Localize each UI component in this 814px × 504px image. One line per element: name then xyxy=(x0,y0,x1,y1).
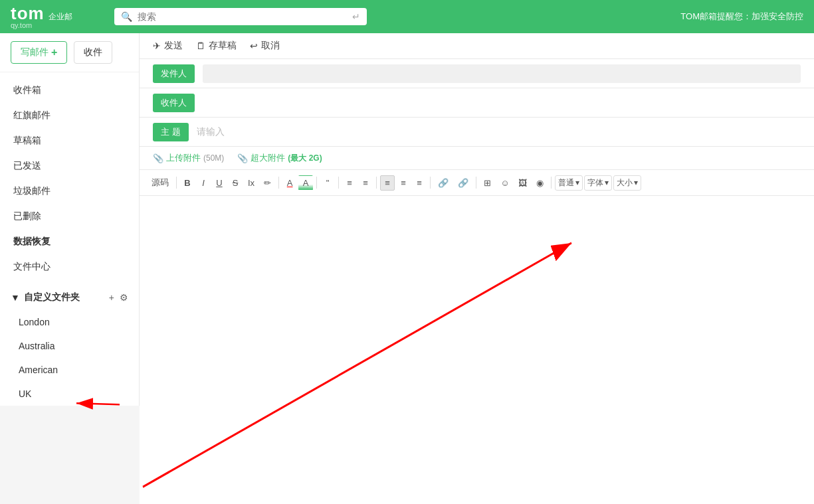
header: tom 企业邮 qy.tom 🔍 ↵ TOM邮箱提醒您：加强安全防控 xyxy=(0,0,814,33)
font-color-btn[interactable]: A xyxy=(282,175,297,191)
divider5 xyxy=(376,177,377,189)
compose-button[interactable]: 写邮件 + xyxy=(11,41,67,64)
size-arrow: ▾ xyxy=(634,178,638,187)
expand-icon: ▼ xyxy=(11,292,20,303)
sidebar-item-deleted[interactable]: 已删除 xyxy=(0,204,139,229)
add-folder-button[interactable]: + xyxy=(109,292,114,303)
manage-folders-button[interactable]: ⚙ xyxy=(120,292,128,303)
paperclip-icon: 📎 xyxy=(153,153,163,163)
bg-color-btn[interactable]: A xyxy=(298,175,313,191)
attach-size: (50M) xyxy=(203,153,224,163)
content-area: ✈ 发送 🗒 存草稿 ↩ 取消 发件人 收件人 xyxy=(140,33,814,504)
divider2 xyxy=(278,177,279,189)
upload-label: 上传附件 xyxy=(166,152,201,164)
plus-icon: + xyxy=(51,46,57,58)
header-notice: TOM邮箱提醒您：加强安全防控 xyxy=(680,11,803,23)
sidebar-nav: 收件箱 红旗邮件 草稿箱 已发送 垃圾邮件 已删除 数据恢复 文件中心 xyxy=(0,72,139,285)
underline-btn[interactable]: U xyxy=(212,175,227,191)
paragraph-select[interactable]: 普通 ▾ xyxy=(555,175,583,191)
emoji-btn[interactable]: ☺ xyxy=(496,175,513,191)
to-input[interactable] xyxy=(203,98,801,108)
send-icon: ✈ xyxy=(153,41,161,51)
folder-actions: + ⚙ xyxy=(109,292,128,303)
logo-domain: qy.tom xyxy=(11,22,32,29)
link-btn[interactable]: 🔗 xyxy=(434,175,453,191)
logo-enterprise: 企业邮 xyxy=(49,13,72,21)
unlink-btn[interactable]: 🔗 xyxy=(454,175,472,191)
sidebar-item-flagged[interactable]: 红旗邮件 xyxy=(0,103,139,128)
editor-body[interactable] xyxy=(140,196,814,504)
size-select[interactable]: 大小 ▾ xyxy=(613,175,641,191)
subject-placeholder: 请输入 xyxy=(197,126,225,138)
italic-btn[interactable]: I xyxy=(196,175,211,191)
sidebar-item-inbox[interactable]: 收件箱 xyxy=(0,78,139,103)
folder-item-uk[interactable]: UK xyxy=(0,382,139,406)
search-box[interactable]: 🔍 ↵ xyxy=(114,8,367,25)
large-attach-button[interactable]: 📎 超大附件 (最大 2G) xyxy=(237,152,322,164)
save-draft-button[interactable]: 🗒 存草稿 xyxy=(196,40,237,52)
font-arrow: ▾ xyxy=(605,178,609,187)
divider4 xyxy=(338,177,339,189)
cancel-label: 取消 xyxy=(261,40,280,52)
clear-format-btn[interactable]: Ix xyxy=(244,175,258,191)
svg-line-3 xyxy=(143,243,571,487)
paragraph-label: 普通 xyxy=(558,177,574,189)
send-label: 发送 xyxy=(164,40,183,52)
align-center-btn[interactable]: ≡ xyxy=(396,175,411,191)
eraser-btn[interactable]: ✏ xyxy=(260,175,275,191)
folder-item-australia[interactable]: Australia xyxy=(0,334,139,358)
inbox-label: 收件 xyxy=(84,46,102,57)
attachment-row: 📎 上传附件 (50M) 📎 超大附件 (最大 2G) xyxy=(140,147,814,170)
quote-btn[interactable]: " xyxy=(320,175,335,191)
search-input[interactable] xyxy=(138,11,347,22)
sidebar-item-files[interactable]: 文件中心 xyxy=(0,254,139,280)
custom-folders-section: ▼ 自定义文件夹 + ⚙ xyxy=(0,285,139,310)
subject-row: 主 题 请输入 xyxy=(140,118,814,147)
sidebar-item-junk[interactable]: 垃圾邮件 xyxy=(0,179,139,204)
font-label: 字体 xyxy=(587,177,603,189)
sidebar-item-recovery[interactable]: 数据恢复 xyxy=(0,229,139,254)
align-right-btn[interactable]: ≡ xyxy=(412,175,427,191)
from-label: 发件人 xyxy=(153,64,195,83)
upload-attach-button[interactable]: 📎 上传附件 (50M) xyxy=(153,152,224,164)
large-attach-size: (最大 2G) xyxy=(288,153,322,164)
image-btn[interactable]: 🖼 xyxy=(514,175,531,191)
bold-btn[interactable]: B xyxy=(180,175,195,191)
send-button[interactable]: ✈ 发送 xyxy=(153,40,183,52)
table-btn[interactable]: ⊞ xyxy=(480,175,495,191)
email-form: 发件人 收件人 主 题 请输入 xyxy=(140,59,814,147)
font-select[interactable]: 字体 ▾ xyxy=(584,175,612,191)
sidebar-item-drafts[interactable]: 草稿箱 xyxy=(0,128,139,153)
paragraph-arrow: ▾ xyxy=(575,178,579,187)
divider3 xyxy=(316,177,317,189)
search-enter-icon: ↵ xyxy=(352,11,360,22)
from-row: 发件人 xyxy=(140,59,814,88)
paperclip2-icon: 📎 xyxy=(237,153,248,163)
compose-toolbar: ✈ 发送 🗒 存草稿 ↩ 取消 xyxy=(140,33,814,59)
ol-btn[interactable]: ≡ xyxy=(342,175,357,191)
ul-btn[interactable]: ≡ xyxy=(358,175,373,191)
editor-toolbar: 源码 B I U S Ix ✏ A A " ≡ ≡ ≡ ≡ ≡ 🔗 🔗 ⊞ ☺ xyxy=(140,170,814,196)
folder-item-american[interactable]: American xyxy=(0,358,139,382)
sidebar: 写邮件 + 收件 收件箱 红旗邮件 草稿箱 已发送 垃圾邮件 已删除 数据恢复 … xyxy=(0,33,140,406)
subject-label: 主 题 xyxy=(153,123,189,141)
from-value xyxy=(203,64,801,83)
strikethrough-btn[interactable]: S xyxy=(228,175,243,191)
inbox-button[interactable]: 收件 xyxy=(74,41,112,64)
search-icon: 🔍 xyxy=(121,11,132,22)
divider6 xyxy=(430,177,431,189)
logo-tom: tom xyxy=(11,5,45,22)
cancel-icon: ↩ xyxy=(250,41,258,51)
main-layout: 写邮件 + 收件 收件箱 红旗邮件 草稿箱 已发送 垃圾邮件 已删除 数据恢复 … xyxy=(0,33,814,504)
size-label: 大小 xyxy=(617,177,633,189)
divider7 xyxy=(476,177,476,189)
to-row: 收件人 xyxy=(140,88,814,118)
folder-item-london[interactable]: London xyxy=(0,310,139,334)
source-btn[interactable]: 源码 xyxy=(148,174,173,191)
folder-list: London Australia American UK xyxy=(0,310,139,406)
sidebar-item-sent[interactable]: 已发送 xyxy=(0,153,139,179)
special-btn[interactable]: ◉ xyxy=(532,175,548,191)
compose-label: 写邮件 xyxy=(21,46,49,58)
align-left-btn[interactable]: ≡ xyxy=(380,175,395,191)
cancel-button[interactable]: ↩ 取消 xyxy=(250,40,280,52)
